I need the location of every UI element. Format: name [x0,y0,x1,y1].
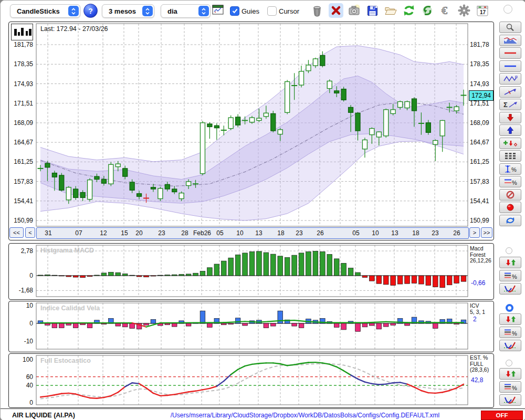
vertical-percent-button[interactable]: % [499,163,521,175]
lines-percent-button[interactable]: % [499,176,521,187]
svg-text:%: % [512,385,517,391]
levels-list-button[interactable] [499,150,521,162]
blue-sync-icon [502,216,518,225]
down-up-arrows-icon [502,315,518,323]
help-button[interactable]: ? [83,4,98,18]
sum-trendline-button[interactable]: Σ [499,99,521,110]
guies-checkbox[interactable] [230,6,239,16]
period-select[interactable]: 3 mesos [102,4,154,18]
chart-type-select[interactable]: CandleSticks [10,4,80,18]
stochastic-percent-lines-button[interactable]: % [499,381,521,393]
off-button[interactable]: OFF [481,411,523,420]
macd-signal-arrows-button[interactable] [499,257,521,268]
icv-info: ICV5, 3, 1 [470,303,485,315]
period-value: 3 mesos [102,7,141,15]
mini-chart-window-icon[interactable] [212,5,224,15]
stochastic-info: EST. %FULL(28,3,6) [470,355,489,373]
trash-icon[interactable] [310,3,324,18]
down-up-arrows-icon [502,258,518,267]
svg-text:%: % [511,166,517,173]
stochastic-title: Full Estocastico [40,357,91,364]
lines-percent-icon: % [502,383,518,391]
icv-percent-lines-button[interactable]: % [499,327,521,338]
sell-arrow-button[interactable] [499,112,521,123]
axis-label: 154,41 [470,197,494,205]
axis-label: 0 [10,320,33,327]
date-scrollbar[interactable]: 31071215202328Feb26051013182326051013182… [36,227,469,239]
svg-text:%: % [512,180,517,186]
lines-percent-icon: % [502,328,518,337]
scroll-next-button[interactable]: > [469,227,480,238]
chart-type-value: CandleSticks [10,7,67,15]
open-folder-icon[interactable] [383,3,398,18]
svg-text:Σ: Σ [503,101,508,109]
macd-title: Histgrama MACD [40,247,94,254]
trendline-button[interactable] [499,86,521,98]
macd-percent-lines-button[interactable]: % [499,270,521,281]
icv-curve-button[interactable] [499,340,521,351]
interval-select[interactable]: dia [161,4,211,18]
chevron-updown-icon [68,6,79,16]
date-label: 26 [309,229,332,237]
scroll-first-button[interactable]: << [9,227,24,238]
down-up-arrows-icon [502,370,518,378]
axis-label: 161,25 [10,158,33,165]
buy-arrow-button[interactable] [499,124,521,136]
cursor-label: Cursor [279,7,299,15]
disable-button[interactable] [499,189,521,201]
axis-label: 171,51 [10,100,33,107]
refresh-icon[interactable] [402,3,416,18]
histogram-icon [502,36,518,45]
delete-x-icon[interactable] [329,3,343,18]
zoom-button[interactable] [499,22,521,33]
radio-indicator[interactable] [503,5,512,14]
axis-label: 40 [10,382,33,389]
calendar-icon[interactable]: 17 [475,3,490,18]
stochastic-panel-radio[interactable] [506,360,512,366]
main-chart-panel[interactable] [8,22,494,240]
axis-label: 157,83 [470,178,494,185]
stochastic-signal-arrows-button[interactable] [499,368,521,380]
red-line-icon [502,49,518,57]
scroll-prev-button[interactable]: < [25,227,35,238]
red-hline-button[interactable] [499,47,521,59]
date-label: 13 [383,229,406,237]
add-marker-button[interactable] [499,138,521,149]
add-signal-icon [502,139,518,148]
axis-label: 174,93 [470,80,494,88]
save-icon[interactable] [365,3,380,18]
guies-label: Guies [242,7,259,15]
date-label: 23 [424,229,447,237]
date-label: 12 [92,229,115,237]
axis-label: 2,78 [10,247,33,255]
date-label: 31 [37,229,60,237]
scroll-last-button[interactable]: >> [481,227,492,238]
macd-panel-radio[interactable] [506,247,512,254]
refresh-sync-button[interactable] [499,215,521,226]
record-button[interactable] [499,202,521,213]
indicator-chart-button[interactable] [499,35,521,46]
axis-label: 157,83 [10,178,33,185]
symbol-label: AIR LIQUIDE (AI.PA) [12,412,75,419]
axis-label: 10 [10,302,33,309]
sigma-trend-icon: Σ [502,100,518,109]
euro-icon[interactable]: € [438,3,453,18]
cursor-checkbox[interactable] [267,6,277,16]
sync-icon[interactable] [420,3,435,18]
camera-icon[interactable] [347,3,362,18]
axis-label: 60 [10,373,33,381]
zigzag-icon [502,75,518,83]
blue-hline-button[interactable] [499,60,521,72]
stochastic-curve-button[interactable] [499,394,521,406]
chevron-updown-icon [198,6,209,16]
zigzag-button[interactable] [499,73,521,85]
icv-signal-arrows-button[interactable] [499,313,521,325]
lines-percent-icon: % [502,177,518,186]
red-down-arrow-icon [502,113,518,122]
calendar-day-number: 17 [480,9,486,15]
axis-label: 100 [10,356,33,363]
settings-gear-icon[interactable] [457,3,471,18]
macd-curve-button[interactable] [499,283,521,295]
icv-panel-radio[interactable] [506,304,513,312]
record-dot-icon [502,203,518,212]
